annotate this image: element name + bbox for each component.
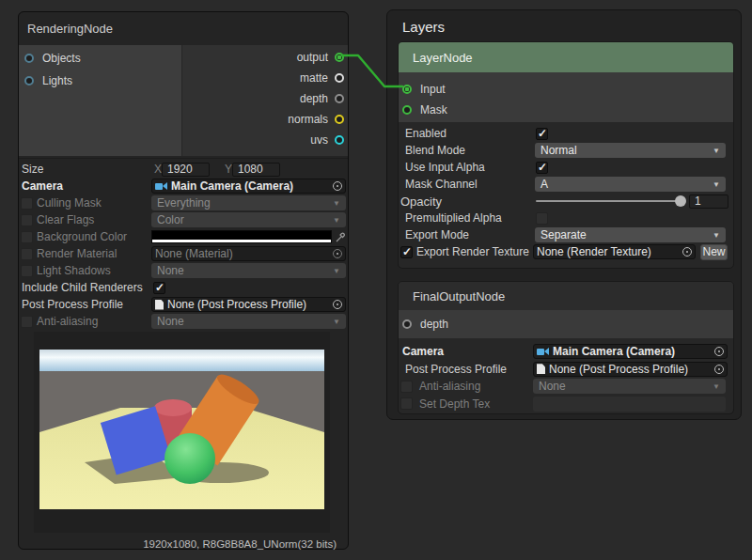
eyedropper-icon[interactable] (335, 230, 346, 243)
chevron-down-icon: ▼ (713, 180, 720, 189)
render-material-label: Render Material (37, 247, 117, 260)
port-label: Objects (42, 52, 81, 65)
enabled-label: Enabled (405, 127, 446, 140)
render-material-object-field[interactable]: None (Material) (151, 246, 346, 261)
port-label: Lights (42, 74, 72, 87)
post-process-profile-object-field[interactable]: None (Post Process Profile) (151, 297, 346, 312)
object-picker-icon[interactable] (333, 249, 342, 258)
chevron-down-icon: ▼ (333, 318, 340, 326)
chevron-down-icon: ▼ (333, 199, 340, 208)
uvs-port-icon[interactable] (335, 135, 344, 145)
background-color-override-checkbox[interactable] (21, 231, 33, 243)
camera-row: Camera Main Camera (Camera) (399, 343, 733, 361)
anti-aliasing-override-checkbox[interactable] (400, 381, 413, 393)
anti-aliasing-override-checkbox[interactable] (21, 316, 33, 328)
anti-aliasing-dropdown[interactable]: None▼ (533, 379, 726, 394)
use-input-alpha-checkbox[interactable] (536, 162, 548, 174)
rendering-node-card: RenderingNode Objects Lights output matt… (18, 11, 349, 550)
export-render-texture-object-field[interactable]: None (Render Texture) (533, 244, 696, 259)
blend-mode-dropdown[interactable]: Normal▼ (535, 143, 726, 158)
anti-aliasing-row: Anti-aliasing None▼ (19, 313, 348, 330)
layer-node-titlebar[interactable]: LayerNode (399, 42, 733, 72)
light-shadows-override-checkbox[interactable] (21, 265, 33, 277)
size-label: Size (22, 163, 43, 176)
depth-port-icon[interactable] (402, 319, 412, 329)
render-material-row: Render Material None (Material) (19, 245, 348, 262)
export-render-texture-label: Export Render Texture (416, 245, 529, 258)
mask-channel-dropdown[interactable]: A▼ (535, 177, 726, 192)
enabled-checkbox[interactable] (536, 128, 548, 140)
include-child-renderers-label: Include Child Renderers (22, 281, 143, 294)
use-input-alpha-row: Use Input Alpha (399, 159, 733, 176)
render-preview-image (39, 350, 324, 509)
new-render-texture-button[interactable]: New (700, 244, 728, 260)
clear-flags-dropdown[interactable]: Color▼ (151, 212, 346, 227)
camera-row: Camera Main Camera (Camera) (19, 178, 348, 194)
port-row: depth (182, 88, 348, 109)
depth-port-icon[interactable] (335, 94, 344, 103)
mask-channel-row: Mask Channel A▼ (399, 176, 733, 193)
clear-flags-row: Clear Flags Color▼ (19, 211, 348, 228)
culling-mask-override-checkbox[interactable] (21, 197, 33, 210)
layer-node-properties: Enabled Blend Mode Normal▼ Use Input Alp… (399, 125, 733, 260)
mask-port-icon[interactable] (402, 105, 412, 115)
culling-mask-dropdown[interactable]: Everything▼ (151, 195, 346, 210)
blend-mode-row: Blend Mode Normal▼ (399, 142, 733, 159)
object-picker-icon[interactable] (333, 300, 342, 309)
post-process-profile-object-field[interactable]: None (Post Process Profile) (533, 362, 728, 377)
port-label: Input (420, 83, 446, 96)
size-x-label: X (154, 163, 162, 176)
normals-port-icon[interactable] (335, 115, 344, 124)
include-child-renderers-row: Include Child Renderers (19, 279, 348, 296)
clear-flags-override-checkbox[interactable] (21, 214, 33, 226)
post-process-profile-row: Post Process Profile None (Post Process … (19, 296, 348, 313)
objects-port-icon[interactable] (24, 54, 34, 63)
output-port-icon[interactable] (335, 53, 344, 62)
rendering-node-titlebar[interactable]: RenderingNode (19, 12, 348, 44)
render-material-override-checkbox[interactable] (21, 248, 33, 260)
lights-port-icon[interactable] (24, 76, 34, 86)
input-port-icon[interactable] (402, 85, 412, 94)
opacity-slider[interactable] (536, 200, 685, 202)
final-output-node-title: FinalOutputNode (413, 289, 505, 303)
profile-asset-icon (155, 300, 164, 310)
anti-aliasing-label: Anti-aliasing (419, 380, 480, 393)
camera-object-field[interactable]: Main Camera (Camera) (533, 344, 728, 359)
premultiplied-alpha-checkbox[interactable] (536, 212, 548, 225)
background-color-label: Background Color (37, 230, 127, 243)
final-output-node-titlebar[interactable]: FinalOutputNode (399, 282, 733, 310)
port-row: uvs (182, 130, 348, 150)
opacity-value-input[interactable]: 1 (689, 194, 728, 209)
matte-port-icon[interactable] (335, 73, 344, 83)
object-picker-icon[interactable] (714, 365, 724, 374)
size-y-input[interactable]: 1080 (232, 163, 280, 177)
background-color-swatch[interactable] (151, 230, 332, 243)
camera-object-field[interactable]: Main Camera (Camera) (151, 179, 346, 194)
export-render-texture-checkbox[interactable] (400, 246, 413, 258)
render-preview-container (34, 332, 330, 533)
use-input-alpha-label: Use Input Alpha (405, 161, 485, 174)
preview-format-caption: 1920x1080, R8G8B8A8_UNorm(32 bits) (143, 538, 337, 550)
premultiplied-alpha-row: Premultiplied Alpha (399, 210, 733, 226)
anti-aliasing-label: Anti-aliasing (37, 315, 98, 328)
set-depth-tex-checkbox[interactable] (400, 397, 413, 410)
object-picker-icon[interactable] (714, 347, 724, 356)
opacity-slider-handle[interactable] (675, 195, 686, 207)
port-row: depth (399, 314, 733, 334)
export-mode-dropdown[interactable]: Separate▼ (535, 227, 726, 242)
size-y-label: Y (225, 163, 232, 176)
size-x-input[interactable]: 1920 (162, 163, 210, 177)
layer-node-title: LayerNode (413, 51, 473, 65)
object-picker-icon[interactable] (682, 247, 692, 257)
light-shadows-dropdown[interactable]: None▼ (151, 263, 346, 278)
object-picker-icon[interactable] (333, 181, 342, 191)
port-label: output (297, 51, 328, 64)
include-child-renderers-checkbox[interactable] (153, 282, 165, 294)
set-depth-tex-row: Set Depth Tex (399, 396, 733, 413)
anti-aliasing-dropdown[interactable]: None▼ (151, 314, 346, 329)
clear-flags-label: Clear Flags (37, 213, 94, 226)
export-mode-label: Export Mode (405, 228, 469, 241)
port-row: normals (182, 109, 348, 130)
green-sphere (164, 433, 215, 484)
set-depth-tex-field (533, 397, 726, 412)
